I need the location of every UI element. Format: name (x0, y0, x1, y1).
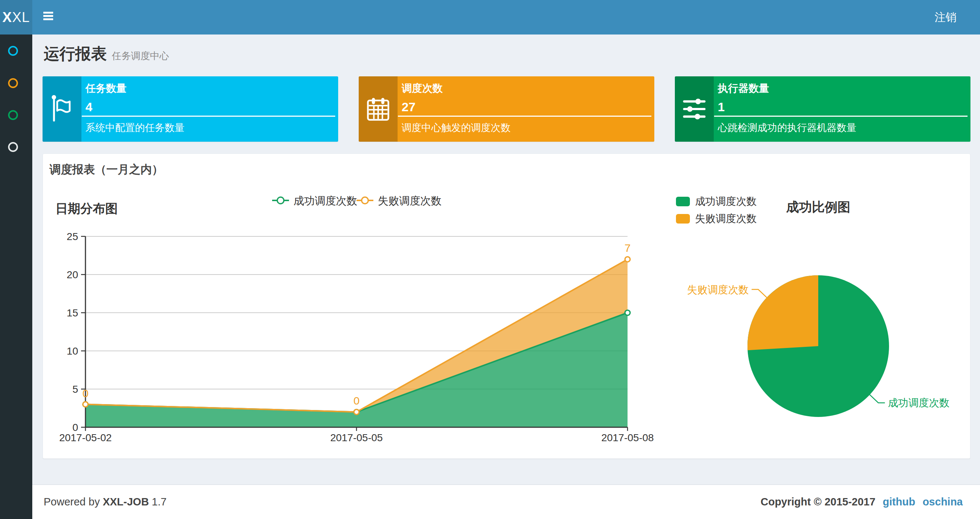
charts-svg: 日期分布图成功调度次数失败调度次数05101520252017-05-02201… (43, 188, 971, 455)
circle-outline-icon (8, 110, 18, 120)
legend-circle-icon[interactable] (277, 197, 284, 204)
divider (82, 116, 335, 117)
info-box-body: 调度次数 27 调度中心触发的调度次数 (398, 76, 654, 142)
info-box-title: 执行器数量 (718, 81, 967, 96)
sidebar-item-executors[interactable] (8, 110, 18, 120)
pie-slice-fail[interactable] (748, 275, 818, 350)
sliders-icon (675, 76, 714, 142)
powered-prefix: Powered by (44, 496, 100, 508)
line-chart-title: 日期分布图 (56, 201, 118, 216)
product-name: XXL-JOB (103, 496, 149, 508)
panel-title: 调度报表（一月之内） (49, 162, 163, 177)
top-navbar: XXL 注销 (0, 0, 980, 35)
footer-copyright: Copyright © 2015-2017 github oschina (760, 485, 963, 519)
x-tick-label: 2017-05-05 (330, 432, 383, 443)
footer: Powered by XXL-JOB 1.7 Copyright © 2015-… (32, 484, 980, 519)
y-tick-label: 15 (67, 307, 78, 319)
info-box-value: 4 (86, 100, 335, 114)
circle-outline-icon (8, 78, 18, 88)
calendar-icon (359, 76, 398, 142)
fail-point[interactable] (83, 402, 88, 407)
info-box-title: 任务数量 (86, 81, 335, 96)
info-box-desc: 系统中配置的任务数量 (86, 121, 185, 134)
fail-point[interactable] (354, 409, 359, 414)
y-tick-label: 20 (67, 269, 78, 280)
info-box-desc: 调度中心触发的调度次数 (402, 121, 511, 134)
info-box-value: 1 (718, 100, 967, 114)
pie-legend-swatch[interactable] (676, 214, 690, 224)
sidebar-toggle-icon[interactable] (43, 12, 53, 20)
info-box-body: 执行器数量 1 心跳检测成功的执行器机器数量 (714, 76, 970, 142)
info-box-value: 27 (402, 100, 651, 114)
pie-label-line-fail (751, 290, 767, 298)
x-tick-label: 2017-05-02 (59, 432, 111, 443)
legend-label[interactable]: 失败调度次数 (378, 195, 442, 207)
oschina-link[interactable]: oschina (923, 496, 963, 508)
legend-circle-icon[interactable] (362, 197, 368, 204)
sidebar-item-jobs[interactable] (8, 78, 18, 88)
copyright-text: Copyright © 2015-2017 (760, 496, 875, 508)
logo-text-bold: X (3, 10, 12, 26)
page-header: 运行报表任务调度中心 (44, 43, 169, 65)
pie-legend-label[interactable]: 失败调度次数 (695, 213, 757, 224)
product-version: 1.7 (152, 496, 167, 508)
info-box-desc: 心跳检测成功的执行器机器数量 (718, 121, 856, 134)
pie-chart-title: 成功比例图 (786, 200, 851, 214)
pie-label-line-success (870, 394, 885, 402)
info-box-executor-count: 执行器数量 1 心跳检测成功的执行器机器数量 (675, 76, 970, 142)
info-box-job-count: 任务数量 4 系统中配置的任务数量 (43, 76, 338, 142)
x-tick-label: 2017-05-08 (601, 432, 654, 443)
github-link[interactable]: github (883, 496, 915, 508)
fail-data-label: 0 (83, 387, 89, 399)
pie-label-success: 成功调度次数 (888, 397, 950, 409)
sidebar (0, 35, 32, 519)
y-tick-label: 10 (67, 345, 78, 357)
divider (714, 116, 967, 117)
app-logo[interactable]: XXL (0, 0, 32, 35)
y-tick-label: 5 (72, 383, 78, 395)
sidebar-item-help[interactable] (8, 142, 18, 152)
logout-button[interactable]: 注销 (934, 0, 956, 35)
flag-icon (43, 76, 81, 142)
info-box-trigger-count: 调度次数 27 调度中心触发的调度次数 (359, 76, 654, 142)
logo-text-light: XL (12, 10, 30, 26)
y-tick-label: 25 (67, 231, 78, 242)
info-box-title: 调度次数 (402, 81, 651, 96)
pie-label-fail: 失败调度次数 (687, 284, 749, 295)
page-subtitle: 任务调度中心 (112, 50, 169, 61)
page-title: 运行报表 (44, 45, 107, 62)
pie-legend-label[interactable]: 成功调度次数 (695, 196, 757, 207)
legend-label[interactable]: 成功调度次数 (293, 195, 357, 207)
success-point[interactable] (625, 310, 630, 315)
fail-point[interactable] (625, 257, 630, 262)
divider (398, 116, 651, 117)
footer-powered-by: Powered by XXL-JOB 1.7 (44, 485, 167, 519)
main-content: 运行报表任务调度中心 任务数量 4 系统中配置的任务数量 (32, 35, 980, 484)
report-panel: 调度报表（一月之内） 日期分布图成功调度次数失败调度次数051015202520… (43, 153, 970, 459)
fail-data-label: 7 (625, 242, 631, 254)
y-tick-label: 0 (72, 422, 78, 433)
circle-outline-icon (8, 142, 18, 152)
sidebar-item-report[interactable] (8, 46, 18, 56)
info-box-body: 任务数量 4 系统中配置的任务数量 (81, 76, 338, 142)
pie-legend-swatch[interactable] (676, 197, 690, 206)
circle-outline-icon (8, 46, 18, 56)
fail-data-label: 0 (353, 394, 360, 407)
